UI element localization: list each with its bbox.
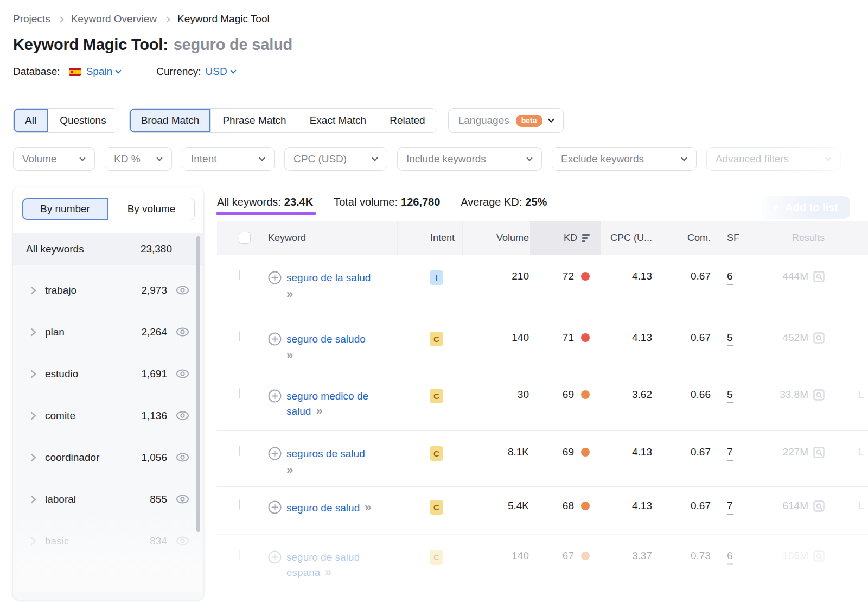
serp-viewer-icon[interactable]	[813, 332, 825, 344]
results-value: 614M	[782, 500, 808, 512]
breadcrumb-projects[interactable]: Projects	[13, 13, 50, 25]
chevron-right-icon	[164, 16, 170, 22]
expand-chevron-icon[interactable]	[30, 495, 36, 504]
eye-icon[interactable]	[176, 536, 189, 546]
sf-value[interactable]: 6	[727, 550, 733, 565]
eye-icon[interactable]	[176, 286, 189, 295]
filter-cpc[interactable]: CPC (USD)	[284, 147, 387, 171]
filter-include-keywords[interactable]: Include keywords	[397, 147, 542, 171]
expand-keyword-icon[interactable]: »	[316, 404, 323, 417]
keyword-groups-sidebar: By number By volume All keywords 23,380 …	[13, 187, 203, 600]
database-currency-row: Database: Spain Currency: USD	[13, 66, 855, 78]
cpc-cell: 3.37	[601, 535, 660, 562]
row-checkbox[interactable]	[239, 388, 240, 398]
serp-viewer-icon[interactable]	[813, 550, 825, 562]
volume-cell: 8.1K	[462, 431, 530, 458]
add-keyword-icon[interactable]	[268, 447, 282, 460]
tab-phrase-match[interactable]: Phrase Match	[210, 109, 297, 132]
tab-broad-match[interactable]: Broad Match	[130, 109, 211, 132]
eye-icon[interactable]	[176, 453, 189, 462]
tab-questions[interactable]: Questions	[48, 109, 118, 132]
eye-icon[interactable]	[176, 411, 189, 420]
column-header-cpc[interactable]: CPC (U...	[601, 221, 660, 255]
sf-value[interactable]: 6	[727, 270, 733, 285]
select-all-checkbox[interactable]	[239, 232, 251, 244]
keyword-link[interactable]: seguro de salud	[286, 502, 360, 514]
add-keyword-icon[interactable]	[268, 332, 282, 346]
expand-keyword-icon[interactable]: »	[365, 500, 372, 514]
expand-chevron-icon[interactable]	[30, 453, 36, 462]
column-header-com[interactable]: Com.	[660, 221, 714, 255]
keyword-link[interactable]: seguro medico de salud	[286, 390, 368, 417]
expand-chevron-icon[interactable]	[30, 286, 36, 295]
serp-viewer-icon[interactable]	[813, 447, 825, 458]
expand-keyword-icon[interactable]: »	[286, 287, 371, 301]
row-checkbox[interactable]	[239, 331, 240, 341]
filter-kd[interactable]: KD %	[105, 147, 172, 171]
eye-icon[interactable]	[176, 369, 189, 378]
list-item-basic[interactable]: basic 834	[13, 520, 203, 562]
expand-chevron-icon[interactable]	[30, 328, 36, 337]
kd-cell: 68	[530, 487, 601, 512]
sf-value[interactable]: 5	[727, 332, 733, 346]
list-item-trabajo[interactable]: trabajo 2,973	[13, 269, 203, 311]
list-item-plan[interactable]: plan 2,264	[13, 311, 203, 353]
breadcrumb-keyword-overview[interactable]: Keyword Overview	[71, 13, 157, 25]
column-header-volume[interactable]: Volume	[462, 221, 530, 255]
keyword-link[interactable]: seguro de la salud	[286, 272, 371, 283]
serp-viewer-icon[interactable]	[813, 271, 825, 282]
filter-volume[interactable]: Volume	[13, 147, 95, 171]
sf-cell: 5	[714, 316, 757, 344]
list-item-comite[interactable]: comite 1,136	[13, 395, 203, 436]
keyword-link[interactable]: seguro de saludo	[286, 333, 366, 345]
keyword-link[interactable]: seguro de salud espana	[286, 552, 360, 578]
expand-chevron-icon[interactable]	[30, 411, 36, 420]
toggle-by-volume[interactable]: By volume	[108, 198, 194, 220]
filters-row: Volume KD % Intent CPC (USD) Include key…	[13, 147, 855, 171]
add-keyword-icon[interactable]	[268, 271, 282, 284]
list-item-estudio[interactable]: estudio 1,691	[13, 353, 203, 395]
tab-all[interactable]: All	[14, 109, 48, 132]
row-checkbox[interactable]	[239, 270, 240, 280]
serp-viewer-icon[interactable]	[813, 500, 825, 512]
match-type-tabs: All Questions Broad Match Phrase Match E…	[13, 108, 855, 133]
tab-related[interactable]: Related	[378, 109, 437, 132]
expand-keyword-icon[interactable]: »	[325, 565, 332, 579]
add-to-list-button[interactable]: + Add to list	[761, 196, 850, 219]
serp-viewer-icon[interactable]	[813, 389, 825, 401]
list-item-coordinador[interactable]: coordinador 1,056	[13, 436, 203, 478]
expand-keyword-icon[interactable]: »	[286, 462, 365, 477]
eye-icon[interactable]	[176, 327, 189, 337]
row-checkbox[interactable]	[239, 499, 240, 510]
sf-value[interactable]: 5	[727, 389, 733, 403]
database-select[interactable]: Spain	[86, 66, 121, 78]
filter-intent[interactable]: Intent	[182, 147, 275, 171]
expand-chevron-icon[interactable]	[30, 370, 36, 378]
currency-select[interactable]: USD	[206, 66, 235, 78]
add-keyword-icon[interactable]	[268, 500, 282, 514]
add-keyword-icon[interactable]	[268, 389, 282, 403]
add-keyword-icon[interactable]	[268, 550, 282, 564]
sidebar-scrollbar[interactable]	[196, 236, 200, 532]
filter-exclude-keywords[interactable]: Exclude keywords	[552, 147, 697, 171]
expand-keyword-icon[interactable]: »	[286, 348, 366, 363]
row-checkbox[interactable]	[239, 446, 240, 456]
database-value: Spain	[86, 66, 113, 78]
column-header-sf[interactable]: SF	[714, 221, 757, 255]
eye-icon[interactable]	[176, 495, 189, 504]
filter-advanced[interactable]: Advanced filters	[706, 147, 841, 171]
column-header-kd[interactable]: KD	[530, 221, 601, 255]
tab-exact-match[interactable]: Exact Match	[298, 109, 378, 132]
sf-value[interactable]: 7	[727, 500, 733, 515]
sf-value[interactable]: 7	[727, 446, 733, 461]
row-checkbox-cell	[217, 431, 252, 456]
keyword-link[interactable]: seguros de salud	[286, 448, 365, 459]
list-item-laboral[interactable]: laboral 855	[13, 478, 203, 520]
column-header-results[interactable]: Results	[757, 221, 868, 255]
languages-dropdown[interactable]: Languages beta	[448, 108, 564, 133]
toggle-by-number[interactable]: By number	[22, 198, 108, 220]
kd-header-label: KD	[564, 232, 577, 244]
expand-chevron-icon[interactable]	[30, 537, 36, 546]
all-keywords-row[interactable]: All keywords 23,380	[13, 233, 203, 265]
row-checkbox[interactable]	[239, 549, 240, 560]
